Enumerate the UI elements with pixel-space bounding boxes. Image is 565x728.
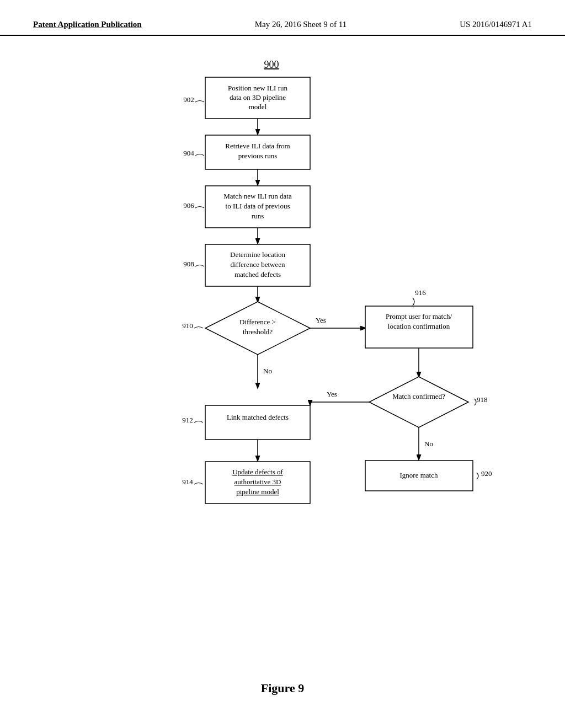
figure-title: Figure 9 — [0, 681, 565, 695]
node-920-bracket — [477, 473, 478, 479]
yes-label-2: Yes — [327, 390, 337, 398]
node-918-text-line1: Match confirmed? — [392, 392, 445, 400]
no-label-2: No — [424, 440, 433, 448]
node-918-squiggle — [475, 399, 476, 405]
header-publication-type: Patent Application Publication — [33, 20, 142, 29]
flowchart-svg: 900 Position new ILI run data on 3D pipe… — [56, 47, 509, 654]
yes-label-1: Yes — [316, 316, 326, 324]
node-910-label: 910 — [182, 322, 193, 330]
no-label-1: No — [263, 367, 272, 375]
node-902-label: 902 — [183, 95, 194, 104]
node-904-squiggle — [195, 154, 204, 156]
node-920-label: 920 — [481, 469, 492, 478]
node-916-bracket — [413, 298, 414, 306]
node-904-label: 904 — [183, 149, 194, 157]
node-904-text-line1: Retrieve ILI data from — [225, 142, 290, 150]
node-910-text-line1: Difference > — [239, 318, 276, 326]
figure-ref-label: 900 — [264, 59, 279, 70]
node-910-text-line2: threshold? — [243, 328, 273, 336]
node-914-label: 914 — [182, 478, 193, 486]
node-920-text: Ignore match — [400, 471, 438, 479]
node-912-text-line1: Link matched defects — [227, 413, 289, 421]
node-916-text-line1: Prompt user for match/ — [386, 312, 452, 320]
node-912-box — [205, 405, 310, 440]
node-912-label: 912 — [182, 416, 193, 424]
header-date-sheet: May 26, 2016 Sheet 9 of 11 — [255, 20, 347, 29]
node-916-text-line2: location confirmation — [388, 322, 450, 330]
node-918-diamond — [369, 377, 468, 427]
node-914-squiggle — [194, 483, 203, 485]
node-918-label: 918 — [477, 395, 488, 404]
node-914-text-line3: pipeline model — [236, 488, 279, 496]
node-902-text-line3: model — [249, 103, 267, 111]
page-header: Patent Application Publication May 26, 2… — [0, 0, 565, 36]
node-914-text-line2: authoritative 3D — [234, 478, 281, 486]
node-908-text-line2: difference between — [230, 260, 285, 269]
node-906-text-line1: Match new ILI run data — [223, 192, 292, 200]
node-908-label: 908 — [183, 260, 194, 268]
node-902-text-line1: Position new ILI run — [228, 84, 287, 92]
header-patent-number: US 2016/0146971 A1 — [460, 20, 532, 29]
node-906-squiggle — [195, 207, 204, 208]
node-906-text-line2: to ILI data of previous — [226, 202, 290, 210]
node-906-text-line3: runs — [252, 212, 264, 220]
node-908-text-line1: Determine location — [230, 250, 285, 259]
node-914-text-line1: Update defects of — [232, 468, 283, 476]
node-902-text-line2: data on 3D pipeline — [230, 93, 286, 101]
node-910-squiggle — [194, 327, 203, 329]
diagram-container: 900 Position new ILI run data on 3D pipe… — [0, 36, 565, 665]
node-908-squiggle — [195, 265, 204, 267]
node-904-text-line2: previous runs — [238, 152, 277, 160]
node-912-squiggle — [194, 421, 203, 423]
node-902-squiggle — [195, 101, 204, 103]
node-908-text-line3: matched defects — [234, 270, 281, 279]
node-906-label: 906 — [183, 201, 194, 210]
node-916-label: 916 — [415, 288, 426, 297]
